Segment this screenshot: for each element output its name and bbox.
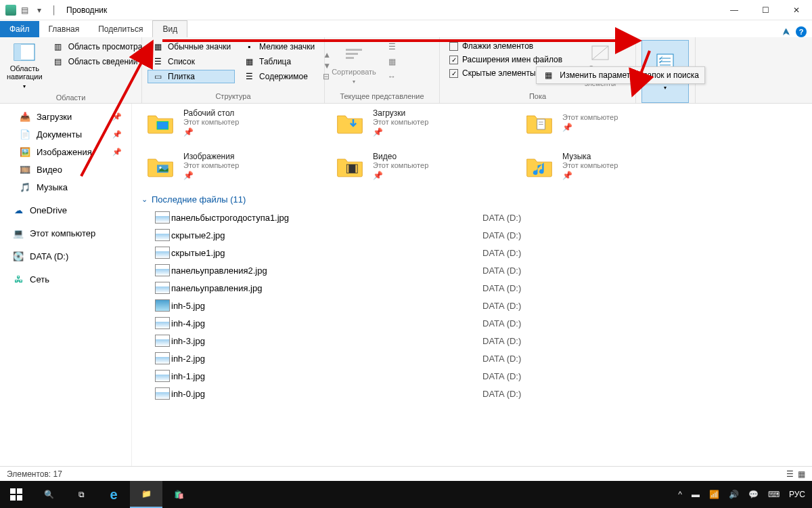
file-name: панельбыстрогодоступа1.jpg bbox=[171, 213, 482, 223]
image-icon bbox=[155, 229, 170, 241]
svg-rect-23 bbox=[17, 488, 22, 494]
folder-icon bbox=[523, 106, 556, 139]
folder-tile[interactable]: ЗагрузкиЭтот компьютер📌 bbox=[331, 104, 493, 142]
file-location: DATA (D:) bbox=[482, 301, 521, 311]
options-menu-item[interactable]: Изменить параметры папок и поиска bbox=[560, 70, 699, 80]
svg-line-6 bbox=[592, 46, 608, 60]
sidebar-datad[interactable]: 💽DATA (D:) bbox=[0, 247, 131, 265]
folder-tile[interactable]: Этот компьютер📌 bbox=[520, 104, 683, 142]
layout-content[interactable]: ☰Содержимое bbox=[239, 70, 319, 83]
sidebar-downloads[interactable]: 📥Загрузки📌 bbox=[0, 108, 131, 125]
layout-normal-icons[interactable]: ▦Обычные значки bbox=[148, 40, 235, 54]
layout-small-icons[interactable]: ▪Мелкие значки bbox=[239, 40, 319, 54]
sidebar-documents[interactable]: 📄Документы📌 bbox=[0, 125, 131, 143]
file-row[interactable]: inh-4.jpgDATA (D:) bbox=[141, 314, 803, 332]
file-row[interactable]: inh-3.jpgDATA (D:) bbox=[141, 332, 803, 350]
start-button[interactable] bbox=[0, 481, 32, 508]
image-icon bbox=[155, 335, 170, 347]
svg-rect-13 bbox=[157, 121, 168, 129]
file-name: inh-3.jpg bbox=[171, 336, 482, 346]
file-name: панельуправления.jpg bbox=[171, 283, 482, 293]
window-title: Проводник bbox=[66, 5, 107, 15]
edge-button[interactable]: e bbox=[97, 481, 130, 508]
file-location: DATA (D:) bbox=[482, 283, 521, 293]
svg-text:✓: ✓ bbox=[658, 58, 664, 65]
folder-tile[interactable]: Рабочий столЭтот компьютер📌 bbox=[141, 104, 304, 142]
sidebar-pictures[interactable]: 🖼️Изображения📌 bbox=[0, 143, 131, 161]
chevron-down-icon: ⌄ bbox=[141, 195, 148, 204]
icons-view-icon[interactable]: ▦ bbox=[798, 469, 805, 479]
folder-tile[interactable]: ВидеоЭтот компьютер📌 bbox=[331, 147, 493, 185]
file-row[interactable]: панельуправления.jpgDATA (D:) bbox=[141, 279, 803, 297]
file-extensions-toggle[interactable]: ✓Расширения имен файлов bbox=[445, 54, 566, 66]
tab-view[interactable]: Вид bbox=[152, 20, 187, 38]
layout-table[interactable]: ▦Таблица bbox=[239, 55, 319, 68]
qat-newfolder-icon[interactable]: ▾ bbox=[34, 5, 45, 16]
sizecolumns-button[interactable]: ↔ bbox=[382, 70, 402, 83]
sidebar-music[interactable]: 🎵Музыка bbox=[0, 178, 131, 196]
sidebar-videos[interactable]: 🎞️Видео bbox=[0, 161, 131, 178]
item-checkboxes-toggle[interactable]: Флажки элементов bbox=[445, 40, 566, 52]
battery-icon[interactable]: ▬ bbox=[692, 490, 700, 499]
layout-tile[interactable]: ▭Плитка bbox=[148, 70, 235, 83]
details-pane-button[interactable]: ▤Область сведений bbox=[48, 55, 147, 68]
file-location: DATA (D:) bbox=[482, 213, 521, 223]
file-name: панельуправления2.jpg bbox=[171, 266, 482, 276]
image-icon bbox=[155, 247, 170, 259]
file-row[interactable]: панельуправления2.jpgDATA (D:) bbox=[141, 261, 803, 279]
file-row[interactable]: панельбыстрогодоступа1.jpgDATA (D:) bbox=[141, 209, 803, 226]
actioncenter-icon[interactable]: 💬 bbox=[748, 490, 759, 499]
file-row[interactable]: скрытые2.jpgDATA (D:) bbox=[141, 226, 803, 244]
layout-list[interactable]: ☰Список bbox=[148, 55, 235, 68]
volume-icon[interactable]: 🔊 bbox=[729, 490, 739, 499]
tray-overflow-icon[interactable]: ^ bbox=[678, 490, 682, 499]
help-button[interactable]: ? bbox=[796, 26, 807, 37]
sidebar-network[interactable]: 🖧Сеть bbox=[0, 270, 131, 288]
options-dropdown[interactable]: ▦ Изменить параметры папок и поиска bbox=[536, 66, 705, 84]
sidebar-thispc[interactable]: 💻Этот компьютер bbox=[0, 224, 131, 242]
qat-properties-icon[interactable]: ▤ bbox=[19, 5, 30, 16]
tab-share[interactable]: Поделиться bbox=[89, 21, 152, 37]
tile-name: Загрузки bbox=[373, 108, 428, 118]
tab-home[interactable]: Главная bbox=[39, 21, 89, 37]
store-button[interactable]: 🛍️ bbox=[162, 481, 195, 508]
minimize-button[interactable]: — bbox=[719, 0, 750, 20]
close-button[interactable]: ✕ bbox=[781, 0, 812, 20]
folder-icon bbox=[144, 106, 177, 139]
explorer-taskbar-button[interactable]: 📁 bbox=[130, 481, 162, 508]
file-row[interactable]: inh-5.jpgDATA (D:) bbox=[141, 297, 803, 314]
sort-button[interactable]: Сортировать ▾ bbox=[330, 40, 378, 91]
file-row[interactable]: inh-0.jpgDATA (D:) bbox=[141, 385, 803, 402]
wifi-icon[interactable]: 📶 bbox=[709, 490, 719, 499]
file-location: DATA (D:) bbox=[482, 336, 521, 346]
folder-icon bbox=[334, 150, 366, 182]
file-name: inh-4.jpg bbox=[171, 318, 482, 329]
minimize-ribbon-icon[interactable]: ⮝ bbox=[782, 27, 790, 37]
language-indicator[interactable]: РУС bbox=[789, 490, 805, 499]
ribbon-tabs: Файл Главная Поделиться Вид ⮝ ? bbox=[0, 20, 812, 37]
file-row[interactable]: inh-2.jpgDATA (D:) bbox=[141, 350, 803, 367]
groupby-button[interactable]: ☰ bbox=[382, 40, 402, 54]
tile-sub: Этот компьютер bbox=[562, 161, 618, 169]
preview-pane-button[interactable]: ▥Область просмотра bbox=[48, 40, 147, 54]
chevron-down-icon: ▾ bbox=[23, 83, 26, 89]
pin-icon: 📌 bbox=[373, 127, 428, 137]
taskview-button[interactable]: ⧉ bbox=[65, 481, 97, 508]
maximize-button[interactable]: ☐ bbox=[750, 0, 781, 20]
file-row[interactable]: inh-1.jpgDATA (D:) bbox=[141, 367, 803, 385]
keyboard-icon[interactable]: ⌨ bbox=[768, 490, 780, 499]
navigation-pane-button[interactable]: Область навигации ▾ bbox=[5, 40, 44, 92]
search-button[interactable]: 🔍 bbox=[32, 481, 65, 508]
sidebar-onedrive[interactable]: ☁OneDrive bbox=[0, 201, 131, 219]
file-location: DATA (D:) bbox=[482, 266, 521, 276]
details-view-icon[interactable]: ☰ bbox=[786, 469, 794, 479]
folder-tile[interactable]: ИзображенияЭтот компьютер📌 bbox=[141, 147, 304, 185]
tab-file[interactable]: Файл bbox=[0, 21, 39, 37]
recent-files-section[interactable]: ⌄ Последние файлы (11) bbox=[141, 194, 803, 205]
pin-icon: 📌 bbox=[562, 123, 618, 132]
image-icon bbox=[155, 282, 170, 294]
folder-tile[interactable]: МузыкаЭтот компьютер📌 bbox=[520, 147, 683, 185]
file-name: inh-2.jpg bbox=[171, 354, 482, 364]
addcolumn-button[interactable]: ▦ bbox=[382, 55, 402, 68]
file-row[interactable]: скрытые1.jpgDATA (D:) bbox=[141, 244, 803, 261]
